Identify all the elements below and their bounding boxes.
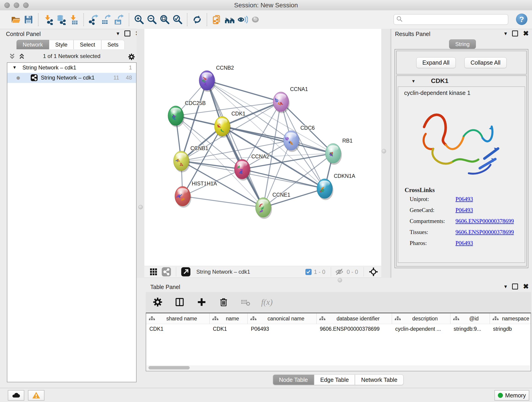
network-node-rb1[interactable]	[325, 143, 342, 165]
table-cell[interactable]: stringdb:9...	[450, 324, 490, 334]
network-node-cdkn1a[interactable]	[317, 179, 333, 200]
cloud-status-icon[interactable]	[8, 390, 24, 401]
table-scrollbar[interactable]	[147, 365, 530, 370]
memory-button[interactable]: Memory	[494, 390, 529, 401]
tab-sets[interactable]: Sets	[101, 40, 125, 49]
crosslink-link[interactable]: 9606.ENSP00000378699	[456, 229, 514, 235]
tab-node-table[interactable]: Node Table	[273, 375, 314, 385]
zoom-fit-icon[interactable]	[158, 13, 171, 26]
zoom-selected-icon[interactable]	[171, 13, 184, 26]
export-network-icon[interactable]	[87, 13, 100, 26]
selected-checkbox-icon[interactable]	[305, 269, 312, 275]
collapse-all-button[interactable]: Collapse All	[464, 57, 507, 68]
table-cell[interactable]: P06493	[248, 324, 317, 334]
column-header-namespace[interactable]: namespace	[490, 313, 531, 324]
refresh-icon[interactable]	[191, 13, 203, 26]
birdseye-view-icon[interactable]	[367, 265, 380, 278]
panel-close-icon[interactable]: ✖	[523, 31, 529, 36]
network-row-selected[interactable]: String Network – cdk1 11 48	[7, 73, 136, 83]
crosslink-link[interactable]: P06493	[456, 240, 473, 246]
open-session-icon[interactable]	[9, 13, 22, 26]
search-box[interactable]	[394, 14, 508, 25]
column-header-canonical-name[interactable]: canonical name	[248, 313, 317, 324]
import-network-icon[interactable]	[42, 13, 55, 26]
clipboard-network-icon[interactable]	[210, 13, 223, 26]
column-header-name[interactable]: name	[210, 313, 248, 324]
column-header--id[interactable]: @id	[450, 313, 490, 324]
export-image-icon[interactable]	[113, 13, 126, 26]
protein-header[interactable]: ▾ CDK1	[397, 76, 526, 86]
crosslink-link[interactable]: P06493	[456, 207, 473, 213]
panel-float-icon[interactable]: ▾	[117, 30, 119, 37]
tab-network-table[interactable]: Network Table	[355, 375, 404, 385]
table-cell[interactable]: CDK1	[210, 324, 248, 334]
panel-maximize-icon[interactable]	[512, 283, 518, 289]
network-node-ccnb1[interactable]	[173, 151, 190, 172]
table-cell[interactable]: 9606.ENSP00000378699	[317, 324, 392, 334]
tab-style[interactable]: Style	[49, 40, 74, 49]
tab-string[interactable]: String	[449, 39, 476, 49]
network-node-ccnb2[interactable]	[199, 70, 215, 92]
right-splitter-handle[interactable]	[382, 149, 386, 153]
column-header-shared-name[interactable]: shared name	[146, 313, 210, 324]
import-database-icon[interactable]	[55, 13, 67, 26]
network-node-cdk1[interactable]	[215, 116, 231, 138]
table-cell[interactable]: stringdb	[490, 324, 531, 334]
zoom-out-icon[interactable]	[145, 13, 158, 26]
panel-maximize-icon[interactable]	[124, 31, 130, 36]
protein-expand-icon[interactable]: ▾	[412, 78, 415, 84]
help-icon[interactable]: ?	[516, 13, 527, 25]
network-collection-row[interactable]: ▾ String Network – cdk1 1	[7, 63, 136, 73]
search-input[interactable]	[403, 16, 508, 23]
grid-view-icon[interactable]	[147, 265, 160, 278]
network-edge[interactable]	[263, 189, 325, 207]
network-edge[interactable]	[183, 196, 263, 207]
collection-count: 1	[129, 64, 132, 71]
tab-network[interactable]: Network	[17, 40, 49, 49]
show-graphics-icon[interactable]	[236, 13, 249, 26]
network-edge[interactable]	[242, 169, 325, 189]
network-edge[interactable]	[207, 80, 333, 153]
crosslink-link[interactable]: P06493	[456, 196, 473, 202]
expand-all-button[interactable]: Expand All	[416, 57, 456, 68]
network-edge[interactable]	[207, 80, 263, 207]
genemania-icon[interactable]	[223, 13, 236, 26]
detach-view-icon[interactable]	[179, 265, 192, 278]
panel-maximize-icon[interactable]	[512, 31, 518, 36]
column-header-database-identifier[interactable]: database identifier	[317, 313, 392, 324]
table-row[interactable]: CDK1CDK1P064939606.ENSP00000378699cyclin…	[146, 324, 531, 334]
zoom-in-icon[interactable]	[133, 13, 145, 26]
network-node-ccne1[interactable]	[255, 198, 272, 219]
network-canvas[interactable]: CCNB2CCNA1CDC25BCDK1CDC6RB1CCNB1CCNA2CDK…	[144, 29, 381, 266]
network-edge[interactable]	[222, 126, 333, 153]
table-cell[interactable]: cyclin-dependent ...	[392, 324, 450, 334]
network-edge[interactable]	[207, 80, 281, 102]
string-network-icon[interactable]	[160, 265, 173, 278]
save-session-icon[interactable]	[22, 13, 35, 26]
crosslink-link[interactable]: 9606.ENSP00000378699	[456, 218, 514, 224]
network-node-ccna2[interactable]	[234, 159, 251, 181]
collection-expand-icon[interactable]: ▾	[13, 64, 16, 70]
table-options-gear-icon[interactable]	[151, 296, 164, 308]
left-splitter-handle[interactable]	[138, 205, 143, 209]
tab-edge-table[interactable]: Edge Table	[314, 375, 355, 385]
network-node-ccna1[interactable]	[273, 92, 290, 113]
export-table-icon[interactable]	[100, 13, 113, 26]
network-node-hist1h1a[interactable]	[175, 186, 191, 208]
panel-float-icon[interactable]: ▾	[504, 30, 507, 37]
left-splitter[interactable]	[137, 29, 144, 278]
warning-status-icon[interactable]	[28, 390, 44, 401]
table-cell[interactable]: CDK1	[146, 324, 210, 334]
right-splitter[interactable]	[381, 29, 391, 278]
column-header-description[interactable]: description	[392, 313, 450, 324]
show-columns-icon[interactable]	[173, 296, 186, 308]
network-options-gear-icon[interactable]	[128, 53, 135, 61]
tab-select[interactable]: Select	[74, 40, 101, 49]
node-table[interactable]: shared namenamecanonical namedatabase id…	[146, 313, 531, 371]
delete-column-icon[interactable]	[217, 296, 230, 308]
panel-close-icon[interactable]: ✖	[523, 284, 529, 289]
import-table-icon[interactable]	[67, 13, 80, 26]
panel-float-icon[interactable]: ▾	[504, 283, 507, 290]
add-column-icon[interactable]	[195, 296, 208, 308]
table-scrollbar-thumb[interactable]	[148, 366, 190, 370]
